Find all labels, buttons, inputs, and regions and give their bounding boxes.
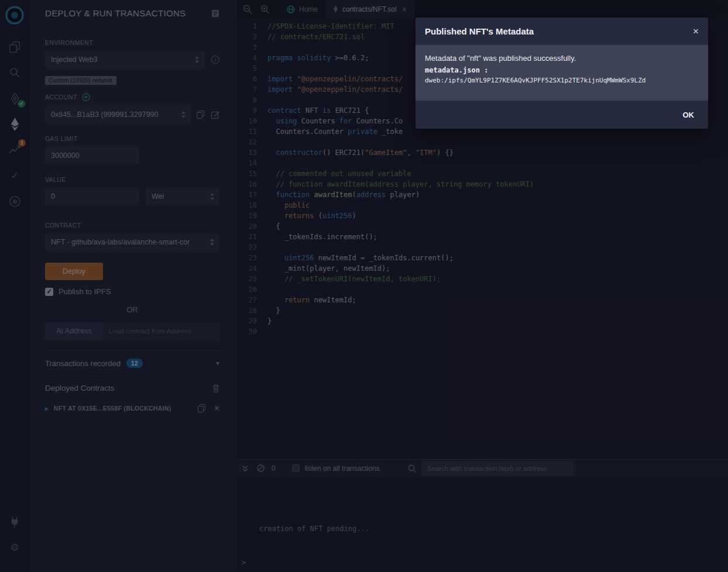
remix-app: ✓ 1 ✓ ⚙ DEPLOY & RUN TRANSACTIONS ENVIRO… (0, 0, 728, 572)
ipfs-url: dweb:/ipfs/QmYL9P1Z7KE6AQvKJPFF52SX1p2TE… (425, 77, 699, 84)
close-modal-icon[interactable]: × (693, 26, 699, 36)
ok-button[interactable]: OK (683, 111, 695, 119)
modal-message: Metadata of "nft" was published successf… (425, 54, 699, 63)
published-metadata-modal: Published NFT's Metadata × Metadata of "… (415, 18, 708, 129)
modal-body: Metadata of "nft" was published successf… (415, 45, 708, 101)
metadata-file-label: metadata.json : (425, 66, 699, 74)
modal-footer: OK (415, 101, 708, 129)
modal-title: Published NFT's Metadata (425, 26, 693, 36)
modal-header: Published NFT's Metadata × (415, 18, 708, 45)
